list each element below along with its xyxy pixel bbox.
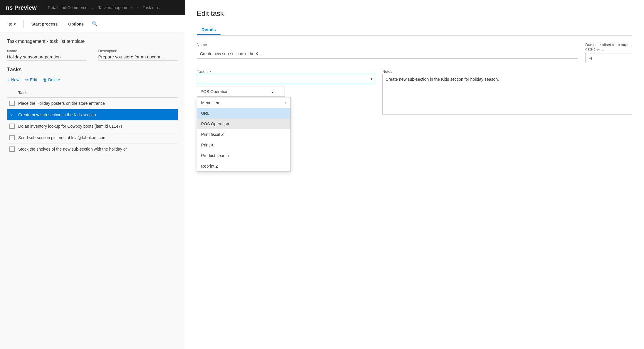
task-checkbox-5[interactable] xyxy=(9,146,15,152)
toolbar: te ▾ Start process Options 🔍 xyxy=(0,15,185,33)
pos-menu-item-label-url: URL xyxy=(201,111,209,116)
pos-menu-item-print-fiscal-z[interactable]: Print fiscal Z xyxy=(197,129,290,140)
start-process-button[interactable]: Start process xyxy=(27,20,62,28)
task-link-dropdown-wrapper: ▾ xyxy=(197,74,375,84)
task-link-notes-row: Task link ▾ POS Operation ∨ xyxy=(197,69,632,116)
task-checkbox-1[interactable] xyxy=(9,101,15,106)
list-item[interactable]: Stock the shelves of the new sub-section… xyxy=(7,144,178,155)
list-item[interactable]: Send sub-section pictures at lola@fabrik… xyxy=(7,132,178,144)
pos-menu-item-pos-operation[interactable]: POS Operation xyxy=(197,119,290,129)
task-link-group: Task link ▾ POS Operation ∨ xyxy=(197,69,375,97)
task-checkbox-2[interactable]: ✓ xyxy=(9,112,15,117)
options-button[interactable]: Options xyxy=(64,20,88,28)
task-column-header: Task xyxy=(18,90,27,95)
task-checkbox-3[interactable] xyxy=(9,124,15,129)
left-panel: Task management - task list template Nam… xyxy=(0,33,185,349)
list-item[interactable]: Do an inventory lookup for Cowboy boots … xyxy=(7,121,178,132)
tab-details[interactable]: Details xyxy=(197,25,221,35)
pos-dropdown-container: POS Operation ∨ Menu item ↑ URL xyxy=(197,87,375,97)
due-date-input[interactable] xyxy=(585,53,632,63)
pos-menu-item-menu-item[interactable]: Menu item ↑ xyxy=(197,97,290,108)
notes-label: Notes xyxy=(382,69,392,74)
pos-dropdown-wrapper: POS Operation ∨ Menu item ↑ URL xyxy=(197,87,285,97)
name-field-col: Name Holiday season preparation xyxy=(7,49,87,61)
list-item[interactable]: ✓ Create new sub-section in the Kids sec… xyxy=(7,109,178,121)
task-text-3: Do an inventory lookup for Cowboy boots … xyxy=(18,124,122,129)
task-link-dropdown[interactable] xyxy=(197,74,375,84)
name-form-group: Name document.querySelector('[data-name=… xyxy=(197,43,578,63)
pos-menu-item-product-search[interactable]: Product search xyxy=(197,150,290,161)
edit-task-label: ✏ Edit xyxy=(25,77,37,82)
right-panel: Edit task Details Name document.querySel… xyxy=(185,0,644,349)
task-header-row: Task xyxy=(7,88,178,98)
task-text-4: Send sub-section pictures at lola@fabrik… xyxy=(18,135,107,140)
task-text-5: Stock the shelves of the new sub-section… xyxy=(18,147,127,151)
pos-menu-item-label-reprint: Reprint Z xyxy=(201,164,218,168)
name-value: Holiday season preparation xyxy=(7,54,87,61)
description-field-col: Description Prepare you store for an upc… xyxy=(98,49,178,61)
pos-menu-item-label-pos: POS Operation xyxy=(201,122,229,126)
name-form-label: Name xyxy=(197,43,578,47)
pos-menu-item-label-product: Product search xyxy=(201,153,229,158)
tabs: Details xyxy=(197,25,632,36)
notes-group: Notes Create new sub-section in the Kids… xyxy=(382,69,632,116)
breadcrumb-task-mgmt[interactable]: Task management xyxy=(98,5,132,10)
update-label: te xyxy=(9,22,12,26)
task-link-label: Task link xyxy=(197,69,211,74)
pos-menu-scroll-area[interactable]: Menu item ↑ URL POS Operation Print fisc… xyxy=(197,97,290,171)
search-icon: 🔍 xyxy=(92,21,98,27)
delete-task-label: 🗑 Delete xyxy=(43,77,60,82)
edit-task-button[interactable]: ✏ Edit xyxy=(25,76,38,83)
pos-dropdown-selected-label: POS Operation xyxy=(201,89,228,94)
form-name-due-row: Name document.querySelector('[data-name=… xyxy=(197,43,632,63)
breadcrumb: Retail and Commerce › Task management › … xyxy=(46,5,164,10)
pos-menu-item-reprint-z[interactable]: Reprint Z xyxy=(197,161,290,171)
delete-task-button[interactable]: 🗑 Delete xyxy=(42,76,60,83)
new-task-label: + New xyxy=(8,77,19,82)
breadcrumb-task-ma[interactable]: Task ma... xyxy=(143,5,162,10)
update-dropdown-btn[interactable]: te ▾ xyxy=(5,20,20,28)
task-text-1: Place the Holiday posters on the store e… xyxy=(18,101,105,106)
new-task-button[interactable]: + New xyxy=(7,76,20,83)
description-value: Prepare you store for an upcom... xyxy=(98,54,178,61)
task-list: Place the Holiday posters on the store e… xyxy=(7,98,178,155)
page-subtitle: Task management - task list template xyxy=(7,39,178,44)
name-form-input[interactable] xyxy=(197,49,578,59)
toolbar-divider-1 xyxy=(23,20,24,28)
app-title: ns Preview xyxy=(6,4,37,11)
dropdown-arrow-icon: ▾ xyxy=(14,22,16,26)
pos-dropdown-chevron-icon: ∨ xyxy=(271,89,274,94)
name-label: Name xyxy=(7,49,87,53)
menu-up-arrow-icon: ↑ xyxy=(285,101,287,104)
pos-menu-item-label-fiscal: Print fiscal Z xyxy=(201,132,224,137)
notes-textarea[interactable]: Create new sub-section in the Kids secti… xyxy=(382,74,632,115)
pos-menu-item-label-menu: Menu item xyxy=(201,100,220,105)
start-process-label: Start process xyxy=(31,22,58,26)
task-checkbox-4[interactable] xyxy=(9,135,15,140)
tasks-toolbar: + New ✏ Edit 🗑 Delete xyxy=(7,76,178,83)
description-label: Description xyxy=(98,49,178,53)
pos-menu-item-print-x[interactable]: Print X xyxy=(197,140,290,150)
search-button[interactable]: 🔍 xyxy=(90,19,100,29)
pos-dropdown-button[interactable]: POS Operation ∨ xyxy=(197,87,285,97)
due-date-form-group: Due date offset from target date (+/- ..… xyxy=(585,43,632,63)
pos-menu-item-url[interactable]: URL xyxy=(197,108,290,119)
breadcrumb-sep-2: › xyxy=(137,5,138,10)
pos-dropdown-menu: Menu item ↑ URL POS Operation Print fisc… xyxy=(197,97,291,172)
list-item[interactable]: Place the Holiday posters on the store e… xyxy=(7,98,178,109)
breadcrumb-retail[interactable]: Retail and Commerce xyxy=(48,5,88,10)
section-title-tasks: Tasks xyxy=(7,67,178,73)
due-date-label: Due date offset from target date (+/- ..… xyxy=(585,43,632,51)
pos-menu-item-label-printx: Print X xyxy=(201,143,213,147)
options-label: Options xyxy=(68,22,84,26)
edit-task-title: Edit task xyxy=(197,9,632,18)
field-row-name-desc: Name Holiday season preparation Descript… xyxy=(7,49,178,61)
breadcrumb-sep-1: › xyxy=(92,5,94,10)
task-link-2[interactable]: Create new sub-section in the Kids secti… xyxy=(18,112,96,117)
